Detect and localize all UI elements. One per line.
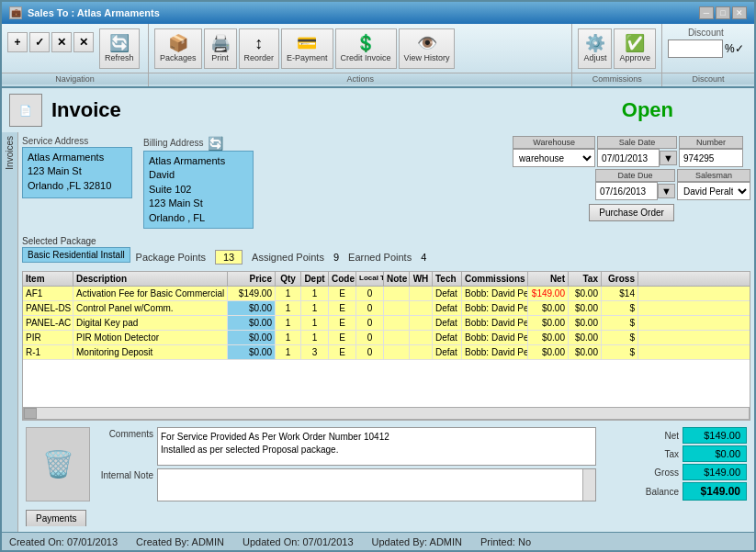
discount-input[interactable] xyxy=(668,39,723,58)
table-row[interactable]: AF1 Activation Fee for Basic Commercial … xyxy=(23,287,750,301)
invoice-icon: 📄 xyxy=(9,94,42,127)
window-title: Sales To : Atlas Armaments xyxy=(28,7,160,18)
td-gross: $ xyxy=(602,345,638,359)
sync-icon[interactable]: 🔄 xyxy=(208,136,223,151)
td-local: 0 xyxy=(356,301,384,315)
th-desc: Description xyxy=(73,272,228,286)
approve-button[interactable]: ✅ Approve xyxy=(614,28,656,69)
toolbar: + ✓ ✕ ✕ 🔄 Refresh Navigation 📦 xyxy=(2,24,754,88)
packages-icon: 📦 xyxy=(168,35,188,51)
earned-points-value: 4 xyxy=(421,252,426,263)
td-tech: Defat xyxy=(433,301,462,315)
td-price: $0.00 xyxy=(228,345,276,359)
warehouse-select[interactable]: warehouse xyxy=(513,149,595,167)
add-button[interactable]: + xyxy=(7,32,28,52)
epayment-label: E-Payment xyxy=(287,53,328,62)
reorder-label: Reorder xyxy=(244,53,275,62)
td-gross: $14 xyxy=(602,287,638,300)
td-wh xyxy=(410,331,433,344)
close-button[interactable]: ✕ xyxy=(732,6,747,19)
number-field: Number xyxy=(679,136,743,167)
td-wh xyxy=(410,345,433,359)
billing-line-4: 123 Main St xyxy=(149,197,248,210)
th-gross: Gross xyxy=(602,272,638,286)
td-code: E xyxy=(329,345,356,359)
payments-tab[interactable]: Payments xyxy=(26,510,86,526)
td-desc: Control Panel w/Comm. xyxy=(73,301,228,315)
maximize-button[interactable]: □ xyxy=(716,6,730,19)
print-button[interactable]: 🖨️ Print xyxy=(204,28,237,69)
view-history-button[interactable]: 👁️ View History xyxy=(399,28,456,69)
invoices-tab[interactable]: Invoices xyxy=(5,136,15,170)
navigation-section: + ✓ ✕ ✕ 🔄 Refresh Navigation xyxy=(2,24,149,86)
credit-invoice-button[interactable]: 💲 Credit Invoice xyxy=(335,28,397,69)
main-area: Invoices Service Address Atlas Armaments xyxy=(2,132,754,532)
epayment-button[interactable]: 💳 E-Payment xyxy=(281,28,333,69)
sale-date-dropdown-icon[interactable]: ▼ xyxy=(660,151,677,165)
print-icon: 🖨️ xyxy=(210,35,231,51)
td-local: 0 xyxy=(356,287,384,300)
td-comm: Bobb: David Peralta xyxy=(462,331,528,344)
minimize-button[interactable]: ─ xyxy=(699,6,714,19)
internal-note-scrollbar[interactable] xyxy=(582,469,595,501)
service-line-2: 123 Main St xyxy=(28,164,127,178)
refresh-button[interactable]: 🔄 Refresh xyxy=(99,28,140,69)
comments-label: Comments xyxy=(94,427,153,439)
td-dept: 1 xyxy=(301,301,329,315)
scrollbar-thumb[interactable] xyxy=(24,408,37,419)
table-hscrollbar[interactable] xyxy=(23,407,750,420)
pkg-points-label: Package Points xyxy=(136,252,206,263)
delete-button[interactable]: ✕ xyxy=(73,32,94,52)
sale-date-label: Sale Date xyxy=(597,136,677,149)
td-dept: 1 xyxy=(301,287,329,300)
td-code: E xyxy=(329,316,356,330)
title-buttons: ─ □ ✕ xyxy=(699,6,747,19)
internal-note-textarea[interactable] xyxy=(158,469,582,501)
td-tax: $0.00 xyxy=(569,316,602,330)
table-row[interactable]: PANEL-AC Digital Key pad $0.00 1 1 E 0 D… xyxy=(23,316,750,331)
comments-textarea[interactable]: For Service Provided As Per Work Order N… xyxy=(157,427,596,466)
packages-button[interactable]: 📦 Packages xyxy=(154,28,202,69)
date-due-input[interactable] xyxy=(595,182,658,200)
salesman-label: Salesman xyxy=(677,169,750,182)
td-qty: 1 xyxy=(276,345,301,359)
date-due-dropdown-icon[interactable]: ▼ xyxy=(658,184,675,198)
adjust-button[interactable]: ⚙️ Adjust xyxy=(578,28,612,69)
td-note xyxy=(384,331,410,344)
cancel-button[interactable]: ✕ xyxy=(51,32,72,52)
salesman-select[interactable]: David Peralta xyxy=(677,182,750,200)
credit-invoice-icon: 💲 xyxy=(355,35,376,51)
td-wh xyxy=(410,287,433,300)
warehouse-field: Warehouse warehouse xyxy=(513,136,595,167)
credit-invoice-label: Credit Invoice xyxy=(341,53,391,62)
nav-section-label: Navigation xyxy=(2,73,148,84)
billing-line-3: Suite 102 xyxy=(149,183,248,197)
adjust-label: Adjust xyxy=(583,53,606,62)
service-line-3: Orlando ,FL 32810 xyxy=(28,179,127,193)
th-code: Code xyxy=(329,272,356,286)
invoice-title: Invoice xyxy=(51,98,121,122)
td-note xyxy=(384,287,410,300)
billing-line-5: Orlando , FL xyxy=(149,211,248,225)
refresh-label: Refresh xyxy=(105,53,134,62)
sale-date-input[interactable] xyxy=(597,149,660,167)
table-row[interactable]: R-1 Monitoring Deposit $0.00 1 3 E 0 Def… xyxy=(23,345,750,360)
td-tech: Defat xyxy=(433,331,462,344)
service-address-box: Atlas Armaments 123 Main St Orlando ,FL … xyxy=(22,147,132,198)
td-note xyxy=(384,345,410,359)
td-net: $0.00 xyxy=(528,316,569,330)
internal-note-label: Internal Note xyxy=(94,468,153,480)
number-input[interactable] xyxy=(679,149,743,167)
table-row[interactable]: PANEL-DS Control Panel w/Comm. $0.00 1 1… xyxy=(23,301,750,316)
purchase-order-button[interactable]: Purchase Order xyxy=(589,204,674,221)
th-item: Item xyxy=(23,272,73,286)
td-gross: $ xyxy=(602,316,638,330)
reorder-icon: ↕️ xyxy=(254,35,263,51)
th-price: Price xyxy=(228,272,276,286)
td-code: E xyxy=(329,287,356,300)
reorder-button[interactable]: ↕️ Reorder xyxy=(239,28,280,69)
edit-button[interactable]: ✓ xyxy=(29,32,50,52)
commissions-section-label: Commissions xyxy=(572,73,661,84)
table-row[interactable]: PIR PIR Motion Detector $0.00 1 1 E 0 De… xyxy=(23,331,750,345)
internal-note-box xyxy=(157,468,596,501)
